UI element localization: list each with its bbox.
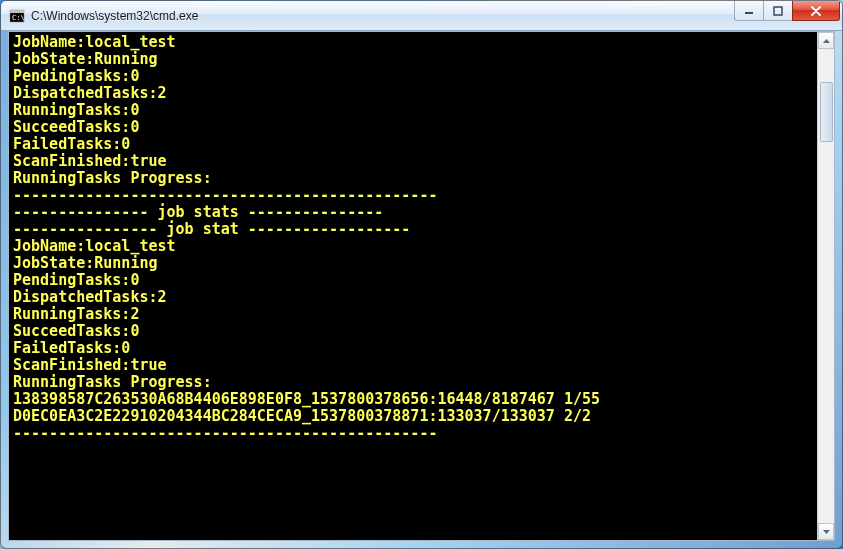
terminal-line: SucceedTasks:0 [13, 323, 813, 340]
svg-rect-4 [774, 7, 782, 15]
terminal-line: JobName:local_test [13, 34, 813, 51]
terminal-line: ----------------------------------------… [13, 425, 813, 442]
terminal-output[interactable]: JobName:local_testJobState:RunningPendin… [9, 32, 817, 540]
terminal-line: RunningTasks:0 [13, 102, 813, 119]
maximize-button[interactable] [763, 1, 793, 21]
terminal-line: RunningTasks Progress: [13, 170, 813, 187]
vertical-scrollbar[interactable] [817, 32, 834, 540]
terminal-line: DispatchedTasks:2 [13, 289, 813, 306]
scroll-thumb[interactable] [820, 82, 833, 142]
titlebar[interactable]: C:\ C:\Windows\system32\cmd.exe [1, 1, 842, 31]
svg-rect-1 [10, 10, 24, 13]
app-icon: C:\ [9, 8, 25, 24]
terminal-line: JobState:Running [13, 51, 813, 68]
window-title: C:\Windows\system32\cmd.exe [31, 9, 735, 23]
terminal-line: PendingTasks:0 [13, 272, 813, 289]
terminal-line: ----------------------------------------… [13, 187, 813, 204]
terminal-line: SucceedTasks:0 [13, 119, 813, 136]
terminal-line: ---------------- job stat --------------… [13, 221, 813, 238]
terminal-line: PendingTasks:0 [13, 68, 813, 85]
terminal-line: FailedTasks:0 [13, 340, 813, 357]
terminal-line: JobState:Running [13, 255, 813, 272]
terminal-line: RunningTasks Progress: [13, 374, 813, 391]
terminal-line: D0EC0EA3C2E22910204344BC284CECA9_1537800… [13, 408, 813, 425]
terminal-line: DispatchedTasks:2 [13, 85, 813, 102]
terminal-line: FailedTasks:0 [13, 136, 813, 153]
scroll-up-button[interactable] [818, 32, 834, 49]
terminal-line: ScanFinished:true [13, 153, 813, 170]
terminal-line: JobName:local_test [13, 238, 813, 255]
terminal-line: 138398587C263530A68B4406E898E0F8_1537800… [13, 391, 813, 408]
scroll-down-button[interactable] [818, 523, 834, 540]
svg-text:C:\: C:\ [12, 14, 25, 22]
terminal-line: RunningTasks:2 [13, 306, 813, 323]
minimize-button[interactable] [734, 1, 764, 21]
terminal-line: --------------- job stats --------------… [13, 204, 813, 221]
terminal-line: ScanFinished:true [13, 357, 813, 374]
window-controls [735, 1, 840, 30]
svg-rect-3 [745, 12, 753, 14]
close-button[interactable] [792, 1, 840, 21]
application-window: C:\ C:\Windows\system32\cmd.exe JobName:… [0, 0, 843, 549]
terminal-container: JobName:local_testJobState:RunningPendin… [8, 31, 835, 541]
